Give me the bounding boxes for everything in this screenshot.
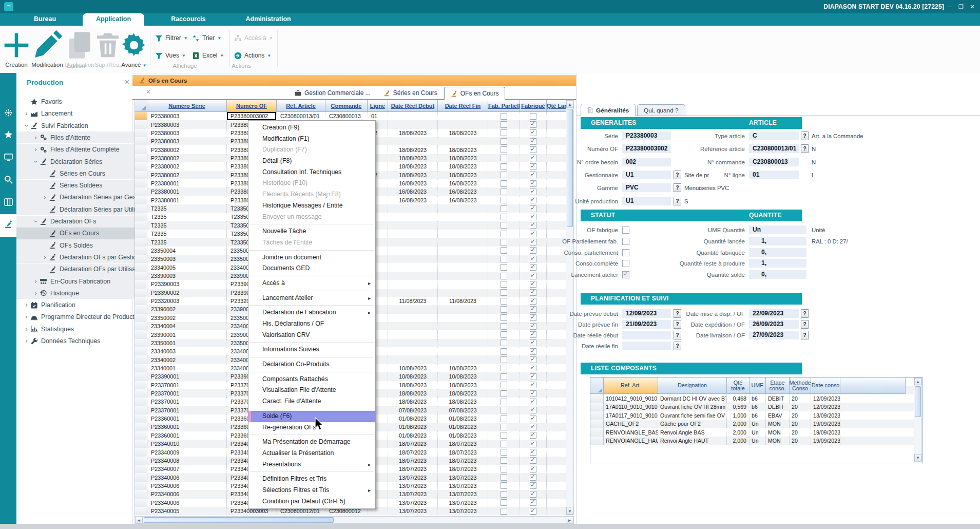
fab-partielle-checkbox[interactable] <box>501 424 507 430</box>
row-selector[interactable] <box>135 490 147 498</box>
composant-column-date-conso[interactable]: Date conso <box>811 377 840 394</box>
menu-tab-application[interactable]: Application <box>83 13 144 26</box>
sidebar-item-favoris[interactable]: Favoris <box>16 96 139 108</box>
menu-item-actualiser-la-pr-sentation[interactable]: Actualiser la Présentation <box>248 448 375 459</box>
fabrique-checkbox[interactable] <box>530 466 536 473</box>
rail-star-icon[interactable] <box>0 125 16 145</box>
field-value[interactable]: C <box>749 131 799 140</box>
row-selector[interactable] <box>135 171 147 179</box>
chevron-icon[interactable]: › <box>41 254 49 261</box>
fabrique-checkbox[interactable] <box>530 449 536 456</box>
row-selector[interactable] <box>135 230 147 238</box>
fab-partielle-checkbox[interactable] <box>501 289 507 296</box>
rail-robot-icon[interactable] <box>0 214 16 237</box>
fab-partielle-checkbox[interactable] <box>501 356 507 363</box>
row-selector[interactable] <box>135 221 147 230</box>
sidebar-close-icon[interactable]: ✕ <box>124 78 130 86</box>
composant-column-qt-totale[interactable]: Qté totale <box>727 377 750 394</box>
row-selector[interactable] <box>135 145 147 154</box>
fabrique-checkbox[interactable] <box>530 247 536 254</box>
row-selector[interactable] <box>590 394 604 403</box>
field-value[interactable]: U1 <box>622 197 671 205</box>
row-selector[interactable] <box>590 411 604 420</box>
field-value[interactable]: 0, <box>749 248 806 257</box>
composant-column-designation[interactable]: Designation <box>658 377 727 394</box>
sidebar-item-files-d-attente[interactable]: ›Files d'Attente <box>16 131 148 143</box>
menu-item-consultation-inf-techniques[interactable]: Consultation Inf. Techniques <box>248 167 375 178</box>
chevron-icon[interactable]: › <box>32 158 40 165</box>
fabrique-checkbox[interactable] <box>530 273 536 279</box>
menu-item-s-lections-filtres-et-tris[interactable]: Sélections Filtres et Tris <box>248 485 375 496</box>
field-value[interactable]: C230800013 <box>749 158 799 166</box>
row-selector[interactable] <box>135 179 147 187</box>
fab-partielle-checkbox[interactable] <box>501 180 507 187</box>
menu-item-ma-pr-sentation-de-d-marrage[interactable]: Ma Présentation de Démarrage <box>248 437 375 448</box>
trier-button[interactable]: Trier▼ <box>192 33 221 43</box>
menu-item-nouvelle-t-che[interactable]: Nouvelle Tâche <box>248 226 375 237</box>
fabrique-checkbox[interactable] <box>530 205 536 212</box>
fab-partielle-checkbox[interactable] <box>501 113 507 120</box>
row-selector[interactable] <box>135 440 147 448</box>
menu-item-pr-sentations[interactable]: Présentations <box>248 459 375 470</box>
fabrique-checkbox[interactable] <box>530 214 536 220</box>
row-selector[interactable] <box>590 403 604 411</box>
tab-qui-quand[interactable]: Qui, quand ? <box>637 104 685 116</box>
fabrique-checkbox[interactable] <box>530 491 536 498</box>
tab-s-ries-en-cours[interactable]: Séries en Cours <box>377 87 444 99</box>
hscroll-thumb[interactable] <box>144 517 334 523</box>
composant-column-etape-conso-[interactable]: Etape conso. <box>766 377 790 394</box>
minimize-button[interactable]: ─ <box>946 3 953 10</box>
fab-partielle-checkbox[interactable] <box>501 281 507 288</box>
fabrique-checkbox[interactable] <box>530 172 536 178</box>
filtrer-button[interactable]: Filtrer▼ <box>155 33 188 43</box>
scroll-down-icon[interactable]: ▼ <box>914 454 921 461</box>
fab-partielle-checkbox[interactable] <box>501 449 507 456</box>
composant-column-methode-conso[interactable]: Methode Conso <box>790 377 811 394</box>
column-header-Numéro Série[interactable]: Numéro Série <box>147 100 227 112</box>
sidebar-item-d-claration-ofs[interactable]: ›Déclaration OFs <box>16 216 148 228</box>
row-selector[interactable] <box>135 364 147 372</box>
fab-partielle-checkbox[interactable] <box>501 256 507 262</box>
fab-partielle-checkbox[interactable] <box>501 172 507 178</box>
fabrique-checkbox[interactable] <box>530 508 536 515</box>
fabrique-checkbox[interactable] <box>530 188 536 195</box>
fab-partielle-checkbox[interactable] <box>501 407 507 413</box>
fabrique-checkbox[interactable] <box>530 331 536 338</box>
field-value[interactable]: 0, <box>749 270 806 279</box>
fab-partielle-checkbox[interactable] <box>501 331 507 338</box>
table-row[interactable]: P23380003P23380003002C230800013/01C23080… <box>135 112 566 120</box>
scroll-left-icon[interactable]: ◄ <box>135 517 143 523</box>
fab-partielle-checkbox[interactable] <box>501 155 507 161</box>
composant-row[interactable]: 17A0110_9010_9010Ouvrant fiche OV HI 28m… <box>590 403 922 411</box>
fabrique-checkbox[interactable] <box>530 482 536 489</box>
fab-partielle-checkbox[interactable] <box>501 339 507 346</box>
fab-partielle-checkbox[interactable] <box>501 188 507 195</box>
fabrique-checkbox[interactable] <box>530 424 536 430</box>
row-selector[interactable] <box>135 423 147 431</box>
row-selector[interactable] <box>135 154 147 162</box>
fab-partielle-checkbox[interactable] <box>501 239 507 245</box>
actions-button[interactable]: Actions▼ <box>234 50 271 61</box>
menu-item-informations-suivies[interactable]: Informations Suivies <box>248 344 375 355</box>
composant-row[interactable]: RENVOIANGLE_BASRenvoi Angle BAS2,000UnMO… <box>590 428 922 436</box>
fabrique-checkbox[interactable] <box>530 348 536 355</box>
fab-partielle-checkbox[interactable] <box>501 441 507 447</box>
fab-partielle-checkbox[interactable] <box>501 491 507 498</box>
chevron-icon[interactable]: › <box>32 218 40 225</box>
menu-item-d-claration-co-produits[interactable]: Déclaration Co-Produits <box>248 359 375 370</box>
row-selector[interactable] <box>135 112 147 120</box>
fabrique-checkbox[interactable] <box>530 457 536 464</box>
chevron-icon[interactable]: › <box>23 122 30 129</box>
fabrique-checkbox[interactable] <box>530 256 536 262</box>
fab-partielle-checkbox[interactable] <box>501 348 507 355</box>
fab-partielle-checkbox[interactable] <box>501 121 507 128</box>
fab-partielle-checkbox[interactable] <box>501 222 507 229</box>
row-selector[interactable] <box>135 330 147 338</box>
row-selector[interactable] <box>135 289 147 297</box>
menu-tab-raccourcis[interactable]: Raccourcis <box>158 13 219 26</box>
chevron-icon[interactable]: › <box>23 326 30 333</box>
rail-search-icon[interactable] <box>0 169 16 190</box>
sidebar-item-d-claration-s-ries[interactable]: ›Déclaration Séries <box>16 156 148 167</box>
fabrique-checkbox[interactable] <box>530 399 536 405</box>
fab-partielle-checkbox[interactable] <box>501 399 507 405</box>
